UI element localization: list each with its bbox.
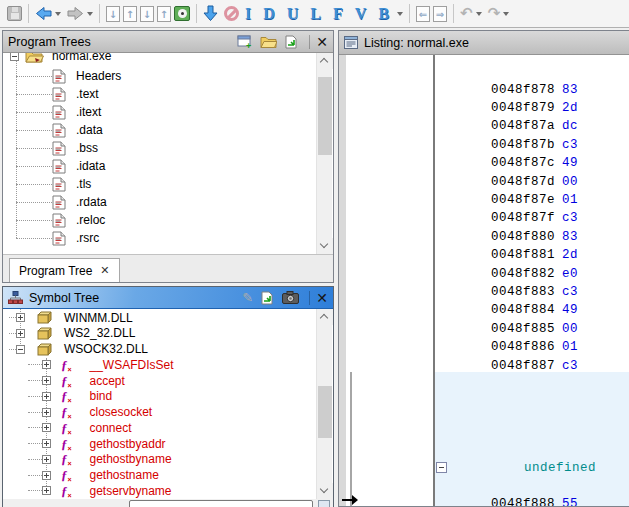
- program-tree-item[interactable]: .idata: [3, 157, 316, 175]
- expand-box-icon[interactable]: [42, 439, 51, 448]
- listing-bytes[interactable]: 00: [562, 175, 578, 189]
- back-button[interactable]: [35, 6, 61, 21]
- listing-address[interactable]: 0048f881: [491, 248, 555, 262]
- collapse-box-icon[interactable]: [436, 462, 447, 473]
- listing-hex-row[interactable]: 0048f87d00: [435, 175, 629, 190]
- expand-box-icon[interactable]: [42, 486, 51, 495]
- program-tree-item[interactable]: .reloc: [3, 211, 316, 229]
- undefined-function-row[interactable]: undefined: [435, 461, 629, 476]
- camera-icon[interactable]: [282, 291, 299, 304]
- listing-hex-row[interactable]: 0048f87adc: [435, 119, 629, 134]
- symbol-tree-function-row[interactable]: ƒ×accept: [3, 373, 316, 388]
- expand-box-icon[interactable]: [16, 329, 25, 338]
- listing-bytes[interactable]: c3: [562, 285, 578, 299]
- program-tree-item[interactable]: .itext: [3, 103, 316, 121]
- listing-hex-row[interactable]: 0048f87e01: [435, 193, 629, 208]
- symbol-tree-function-row[interactable]: ƒ×gethostbyname: [3, 452, 316, 467]
- type-letter-dropdown-icon[interactable]: [397, 12, 403, 16]
- type-letter-B[interactable]: B: [378, 6, 389, 22]
- listing-hex-row[interactable]: 0048f88500: [435, 322, 629, 337]
- listing-hex-row[interactable]: 0048f87fc3: [435, 211, 629, 226]
- type-letter-V[interactable]: V: [355, 6, 367, 22]
- listing-hex-row[interactable]: 0048f88083: [435, 230, 629, 245]
- listing-bytes[interactable]: 00: [562, 322, 578, 336]
- listing-bytes[interactable]: e0: [562, 267, 578, 281]
- expand-box-icon[interactable]: [16, 345, 25, 354]
- listing-address[interactable]: 0048f87e: [491, 193, 555, 207]
- tab-program-tree[interactable]: Program Tree ✕: [9, 258, 120, 282]
- redo-button[interactable]: ↷: [488, 6, 510, 21]
- listing-address[interactable]: 0048f883: [491, 285, 555, 299]
- listing-bytes[interactable]: 49: [562, 156, 578, 170]
- listing-address[interactable]: 0048f879: [491, 101, 555, 115]
- type-letter-U[interactable]: U: [287, 6, 299, 22]
- scrollbar-thumb[interactable]: [318, 386, 332, 438]
- expand-box-icon[interactable]: [42, 455, 51, 464]
- listing-bytes[interactable]: 83: [562, 83, 578, 97]
- undefined-label[interactable]: undefined: [524, 461, 596, 475]
- listing-bytes[interactable]: 01: [562, 193, 578, 207]
- expand-box-icon[interactable]: [16, 313, 25, 322]
- listing-address[interactable]: 0048f880: [491, 230, 555, 244]
- expand-box-icon[interactable]: [42, 408, 51, 417]
- type-letter-L[interactable]: L: [310, 6, 321, 22]
- tab-close-icon[interactable]: ✕: [100, 264, 109, 277]
- listing-hex-row[interactable]: 0048f8792d: [435, 101, 629, 116]
- expand-format-icon[interactable]: [284, 35, 299, 49]
- listing-bytes[interactable]: 83: [562, 230, 578, 244]
- scroll-down-button[interactable]: [317, 483, 333, 499]
- undo-button[interactable]: ↶: [460, 6, 482, 21]
- listing-bytes[interactable]: 55: [562, 497, 578, 506]
- back-dropdown-icon[interactable]: [55, 12, 61, 16]
- listing-bytes[interactable]: c3: [562, 359, 578, 373]
- snapshot-button[interactable]: [174, 6, 190, 21]
- listing-address[interactable]: 0048f884: [491, 303, 555, 317]
- scroll-up-button[interactable]: [317, 53, 333, 69]
- patch-in-button[interactable]: ↑: [123, 6, 137, 22]
- type-letter-I[interactable]: I: [245, 6, 251, 22]
- close-icon[interactable]: ✕: [309, 35, 328, 49]
- program-tree-item[interactable]: Headers: [3, 67, 316, 85]
- listing-bytes[interactable]: c3: [562, 211, 578, 225]
- scrollbar-thumb[interactable]: [318, 77, 332, 155]
- export-up-button[interactable]: ↑: [157, 6, 171, 22]
- symbol-tree-library-row[interactable]: WSOCK32.DLL: [3, 342, 316, 357]
- listing-bytes[interactable]: c3: [562, 138, 578, 152]
- forward-button[interactable]: [67, 6, 93, 21]
- listing-hex-row[interactable]: 0048f887c3: [435, 359, 629, 374]
- symbol-tree-function-row[interactable]: ƒ×__WSAFDIsSet: [3, 357, 316, 372]
- listing-hex-row[interactable]: 0048f882e0: [435, 267, 629, 282]
- listing-hex-row[interactable]: 0048f88601: [435, 340, 629, 355]
- symbol-tree-function-row[interactable]: ƒ×connect: [3, 420, 316, 435]
- clear-flow-button[interactable]: [224, 6, 239, 21]
- forward-dropdown-icon[interactable]: [87, 12, 93, 16]
- symbol-filter-input[interactable]: [129, 500, 313, 507]
- new-tree-icon[interactable]: +: [237, 35, 253, 49]
- listing-bytes[interactable]: 2d: [562, 101, 578, 115]
- expand-box-icon[interactable]: [42, 360, 51, 369]
- open-folder-icon[interactable]: [260, 35, 277, 48]
- program-tree-item[interactable]: .text: [3, 85, 316, 103]
- jump-out-button[interactable]: ⇒: [433, 6, 447, 22]
- filter-options-icon[interactable]: [318, 500, 330, 507]
- listing-hex-row[interactable]: 0048f88449: [435, 303, 629, 318]
- program-tree-item[interactable]: .bss: [3, 139, 316, 157]
- symbol-tree-library-row[interactable]: WINMM.DLL: [3, 310, 316, 325]
- symbol-tree-library-row[interactable]: WS2_32.DLL: [3, 326, 316, 341]
- listing-hex-row[interactable]: 0048f87bc3: [435, 138, 629, 153]
- expand-box-icon[interactable]: [42, 376, 51, 385]
- expand-box-icon[interactable]: [42, 423, 51, 432]
- listing-address[interactable]: 0048f87b: [491, 138, 555, 152]
- patch-out-button[interactable]: ↓: [106, 6, 120, 22]
- export-down-button[interactable]: ↓: [140, 6, 154, 22]
- scroll-down-button[interactable]: [317, 238, 333, 254]
- jump-in-button[interactable]: ⇐: [416, 6, 430, 22]
- symbol-tree-function-row[interactable]: ƒ×gethostname: [3, 468, 316, 483]
- listing-address[interactable]: 0048f885: [491, 322, 555, 336]
- expand-box-icon[interactable]: [42, 471, 51, 480]
- type-letter-F[interactable]: F: [333, 6, 343, 22]
- listing-address[interactable]: 0048f87f: [491, 211, 555, 225]
- program-tree-item[interactable]: .rdata: [3, 193, 316, 211]
- listing-bytes[interactable]: dc: [562, 119, 578, 133]
- save-button[interactable]: [7, 6, 22, 21]
